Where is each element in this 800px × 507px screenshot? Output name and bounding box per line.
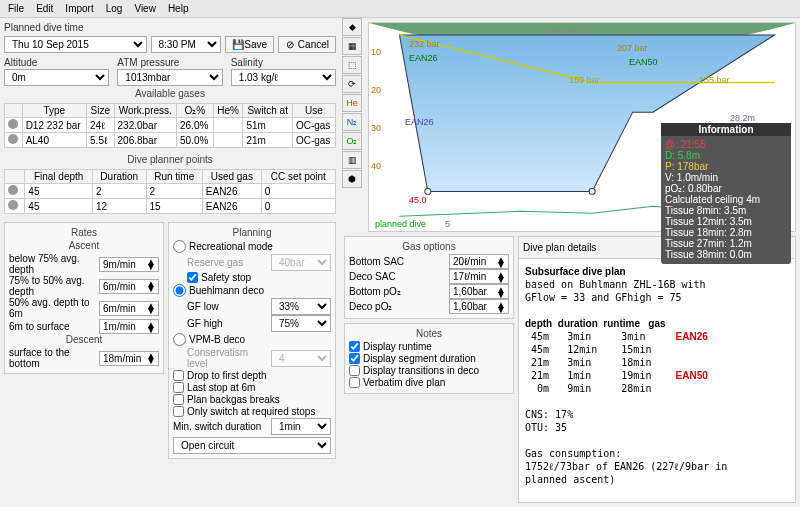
menu-help[interactable]: Help: [168, 3, 189, 14]
rate-6-surf-label: 6m to surface: [9, 321, 95, 332]
circuit-select[interactable]: Open circuit: [173, 437, 331, 454]
bottom-sac-label: Bottom SAC: [349, 256, 445, 267]
menubar: File Edit Import Log View Help: [0, 0, 800, 18]
menu-import[interactable]: Import: [65, 3, 93, 14]
point-icon: [8, 185, 18, 195]
gfhigh-label: GF high: [187, 318, 267, 329]
chart-tool-8[interactable]: ⬢: [342, 170, 362, 188]
rate-75-50-label: 75% to 50% avg. depth: [9, 275, 95, 297]
rec-mode-label: Recreational mode: [189, 241, 273, 252]
gflow-label: GF low: [187, 301, 267, 312]
rate-below75-input[interactable]: ▲▼: [99, 257, 159, 272]
chart-tool-7[interactable]: ▥: [342, 151, 362, 169]
ascent-label: Ascent: [9, 240, 159, 251]
deco-po2-input[interactable]: ▲▼: [449, 299, 509, 314]
svg-point-2: [589, 188, 595, 194]
min-switch-label: Min. switch duration: [173, 421, 267, 432]
atm-label: ATM pressure: [117, 57, 222, 68]
salinity-label: Salinity: [231, 57, 336, 68]
rate-6-surf-input[interactable]: ▲▼: [99, 319, 159, 334]
atm-input[interactable]: 1013mbar: [117, 69, 222, 86]
last-6m-check[interactable]: [173, 382, 184, 393]
point-icon: [8, 200, 18, 210]
descent-label: Descent: [9, 334, 159, 345]
buehlmann-label: Buehlmann deco: [189, 285, 264, 296]
time-input[interactable]: 8:30 PM: [151, 36, 221, 53]
rate-50-6-input[interactable]: ▲▼: [99, 301, 159, 316]
points-table[interactable]: Final depthDurationRun timeUsed gasCC se…: [4, 169, 336, 214]
notes-title: Notes: [349, 328, 509, 339]
cylinder-icon: [8, 119, 18, 129]
backgas-check[interactable]: [173, 394, 184, 405]
safety-stop-label: Safety stop: [201, 272, 251, 283]
cancel-icon: ⊘: [285, 39, 295, 50]
min-switch-input[interactable]: 1min: [271, 418, 331, 435]
chart-tool-3[interactable]: ⟳: [342, 75, 362, 93]
chart-tool-0[interactable]: ◆: [342, 18, 362, 36]
chart-tool-4[interactable]: He: [342, 94, 362, 112]
verbatim-check[interactable]: [349, 377, 360, 388]
date-input[interactable]: Thu 10 Sep 2015: [4, 36, 147, 53]
deco-sac-input[interactable]: ▲▼: [449, 269, 509, 284]
menu-view[interactable]: View: [134, 3, 156, 14]
info-title: Information: [661, 123, 791, 136]
gfhigh-input[interactable]: 75%: [271, 315, 331, 332]
deco-sac-label: Deco SAC: [349, 271, 445, 282]
rate-surf-bottom-input[interactable]: ▲▼: [99, 351, 159, 366]
chart-tool-2[interactable]: ⬚: [342, 56, 362, 74]
cancel-button[interactable]: ⊘ Cancel: [278, 36, 336, 53]
info-tooltip: Information @: 21:55D: 5.8mP: 178barV: 1…: [661, 123, 791, 264]
bottom-po2-label: Bottom pO₂: [349, 286, 445, 297]
safety-stop-check[interactable]: [187, 272, 198, 283]
disp-trans-label: Display transitions in deco: [363, 365, 479, 376]
reserve-gas-label: Reserve gas: [187, 257, 267, 268]
bottom-po2-input[interactable]: ▲▼: [449, 284, 509, 299]
available-gases-title: Available gases: [4, 88, 336, 99]
planned-dive-time-label: Planned dive time: [4, 22, 336, 33]
verbatim-label: Verbatim dive plan: [363, 377, 445, 388]
rate-below75-label: below 75% avg. depth: [9, 253, 95, 275]
table-row[interactable]: D12 232 bar24ℓ232.0bar26.0%51mOC-gas: [5, 118, 336, 133]
deco-po2-label: Deco pO₂: [349, 301, 445, 312]
details-title: Dive plan details: [523, 242, 596, 253]
chart-tool-1[interactable]: ▦: [342, 37, 362, 55]
disp-segment-label: Display segment duration: [363, 353, 476, 364]
disp-runtime-check[interactable]: [349, 341, 360, 352]
table-row[interactable]: 4522EAN260: [5, 184, 336, 199]
rates-title: Rates: [9, 227, 159, 238]
gases-table[interactable]: TypeSizeWork.press.O₂%He%Switch atUse D1…: [4, 103, 336, 148]
vpmb-label: VPM-B deco: [189, 334, 245, 345]
svg-point-1: [425, 188, 431, 194]
chart-toolbar: ◆▦⬚⟳HeN₂O₂▥⬢: [342, 18, 362, 188]
only-req-label: Only switch at required stops: [187, 406, 315, 417]
only-req-check[interactable]: [173, 406, 184, 417]
salinity-input[interactable]: 1.03 kg/ℓ: [231, 69, 336, 86]
buehlmann-radio[interactable]: [173, 284, 186, 297]
rec-mode-radio[interactable]: [173, 240, 186, 253]
disp-segment-check[interactable]: [349, 353, 360, 364]
chart-tool-5[interactable]: N₂: [342, 113, 362, 131]
rate-75-50-input[interactable]: ▲▼: [99, 279, 159, 294]
gflow-input[interactable]: 33%: [271, 298, 331, 315]
menu-log[interactable]: Log: [106, 3, 123, 14]
save-button[interactable]: 💾 Save: [225, 36, 275, 53]
vpmb-radio[interactable]: [173, 333, 186, 346]
disp-trans-check[interactable]: [349, 365, 360, 376]
dive-profile-chart[interactable]: 10 20 30 40 45.0 232 bar EAN26 207 bar E…: [368, 22, 796, 232]
bottom-sac-input[interactable]: ▲▼: [449, 254, 509, 269]
drop-first-label: Drop to first depth: [187, 370, 266, 381]
save-icon: 💾: [232, 39, 242, 50]
menu-file[interactable]: File: [8, 3, 24, 14]
altitude-input[interactable]: 0m: [4, 69, 109, 86]
drop-first-check[interactable]: [173, 370, 184, 381]
altitude-label: Altitude: [4, 57, 109, 68]
chart-tool-6[interactable]: O₂: [342, 132, 362, 150]
backgas-label: Plan backgas breaks: [187, 394, 280, 405]
table-row[interactable]: 451215EAN260: [5, 199, 336, 214]
rate-50-6-label: 50% avg. depth to 6m: [9, 297, 95, 319]
menu-edit[interactable]: Edit: [36, 3, 53, 14]
gas-options-title: Gas options: [349, 241, 509, 252]
last-6m-label: Last stop at 6m: [187, 382, 255, 393]
table-row[interactable]: AL405.5ℓ206.8bar50.0%21mOC-gas: [5, 133, 336, 148]
disp-runtime-label: Display runtime: [363, 341, 432, 352]
